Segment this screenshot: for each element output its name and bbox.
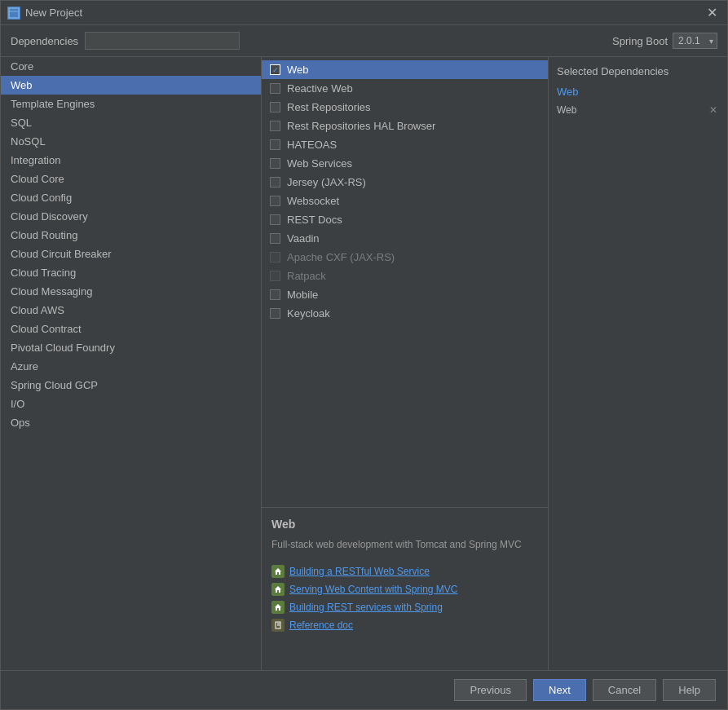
spring-boot-label: Spring Boot bbox=[612, 35, 668, 47]
dep-checkbox-jersey bbox=[270, 177, 280, 187]
dep-link[interactable]: Serving Web Content with Spring MVC bbox=[271, 583, 538, 596]
main-window: New Project ✕ Dependencies Spring Boot 2… bbox=[0, 0, 728, 710]
search-input[interactable] bbox=[85, 32, 240, 50]
svg-marker-4 bbox=[275, 604, 281, 611]
dep-item-websocket[interactable]: Websocket bbox=[262, 192, 548, 210]
dep-item-rest-docs[interactable]: REST Docs bbox=[262, 210, 548, 229]
category-item-cloud-config[interactable]: Cloud Config bbox=[1, 188, 261, 207]
dep-label-keycloak: Keycloak bbox=[287, 307, 330, 320]
guide-icon bbox=[271, 601, 285, 614]
spring-boot-version-select[interactable]: 2.0.1 2.1.0 1.5.x bbox=[673, 33, 717, 49]
dep-item-ratpack[interactable]: Ratpack bbox=[262, 267, 548, 285]
dep-info-title: Web bbox=[271, 518, 538, 531]
svg-marker-3 bbox=[275, 586, 281, 593]
previous-button[interactable]: Previous bbox=[454, 679, 527, 701]
category-item-cloud-messaging[interactable]: Cloud Messaging bbox=[1, 282, 261, 301]
dep-label-rest-repositories: Rest Repositories bbox=[287, 101, 371, 113]
dep-checkbox-websocket bbox=[270, 196, 280, 206]
dep-label-web-services: Web Services bbox=[287, 157, 352, 170]
selected-dep-remove-button[interactable]: ✕ bbox=[708, 104, 719, 116]
dep-item-web-services[interactable]: Web Services bbox=[262, 154, 548, 173]
next-button[interactable]: Next bbox=[533, 679, 586, 701]
dep-label-hateoas: HATEOAS bbox=[287, 139, 337, 151]
dep-label-web: Web bbox=[287, 64, 309, 76]
dep-link-label: Building REST services with Spring bbox=[289, 602, 443, 613]
category-item-core[interactable]: Core bbox=[1, 57, 261, 76]
selected-deps-title: Selected Dependencies bbox=[557, 65, 719, 77]
dep-checkbox-mobile bbox=[270, 289, 280, 300]
dep-item-mobile[interactable]: Mobile bbox=[262, 285, 548, 304]
dep-checkbox-vaadin bbox=[270, 233, 280, 244]
dep-item-reactive-web[interactable]: Reactive Web bbox=[262, 79, 548, 98]
dep-link[interactable]: Building REST services with Spring bbox=[271, 601, 538, 614]
dep-link[interactable]: Reference doc bbox=[271, 619, 538, 632]
window-icon bbox=[7, 7, 20, 20]
guide-icon bbox=[271, 583, 285, 596]
dep-label-ratpack: Ratpack bbox=[287, 270, 326, 282]
dep-checkbox-rest-docs bbox=[270, 214, 280, 225]
dep-item-apache-cxf[interactable]: Apache CXF (JAX-RS) bbox=[262, 248, 548, 267]
selected-group-title: Web bbox=[557, 86, 719, 98]
dep-item-rest-repositories[interactable]: Rest Repositories bbox=[262, 98, 548, 117]
svg-marker-2 bbox=[275, 568, 281, 575]
selected-dep-name: Web bbox=[557, 104, 576, 116]
doc-icon bbox=[271, 619, 285, 632]
dep-item-jersey[interactable]: Jersey (JAX-RS) bbox=[262, 173, 548, 192]
dep-item-rest-repos-hal[interactable]: Rest Repositories HAL Browser bbox=[262, 117, 548, 135]
category-item-cloud-circuit-breaker[interactable]: Cloud Circuit Breaker bbox=[1, 245, 261, 263]
dep-checkbox-rest-repos-hal bbox=[270, 121, 280, 131]
category-item-azure[interactable]: Azure bbox=[1, 357, 261, 376]
dep-item-vaadin[interactable]: Vaadin bbox=[262, 229, 548, 248]
dep-label-rest-docs: REST Docs bbox=[287, 214, 342, 226]
help-button[interactable]: Help bbox=[663, 679, 716, 701]
dep-checkbox-rest-repositories bbox=[270, 102, 280, 112]
selected-dep-item: Web✕ bbox=[557, 103, 719, 117]
titlebar: New Project ✕ bbox=[1, 1, 727, 25]
middle-panel: WebReactive WebRest RepositoriesRest Rep… bbox=[262, 57, 548, 670]
category-item-pivotal-cloud-foundry[interactable]: Pivotal Cloud Foundry bbox=[1, 338, 261, 357]
dep-item-web[interactable]: Web bbox=[262, 60, 548, 79]
dep-item-hateoas[interactable]: HATEOAS bbox=[262, 135, 548, 154]
category-item-spring-cloud-gcp[interactable]: Spring Cloud GCP bbox=[1, 376, 261, 395]
category-item-cloud-routing[interactable]: Cloud Routing bbox=[1, 226, 261, 245]
dep-checkbox-web-services bbox=[270, 158, 280, 169]
category-item-io[interactable]: I/O bbox=[1, 395, 261, 413]
category-item-template-engines[interactable]: Template Engines bbox=[1, 95, 261, 113]
window-title: New Project bbox=[25, 7, 704, 19]
category-item-ops[interactable]: Ops bbox=[1, 413, 261, 432]
dep-label-apache-cxf: Apache CXF (JAX-RS) bbox=[287, 251, 395, 263]
main-area: CoreWebTemplate EnginesSQLNoSQLIntegrati… bbox=[1, 57, 727, 670]
category-item-integration[interactable]: Integration bbox=[1, 151, 261, 170]
dep-label-vaadin: Vaadin bbox=[287, 232, 320, 245]
dep-item-keycloak[interactable]: Keycloak bbox=[262, 304, 548, 323]
dep-link-label: Reference doc bbox=[289, 620, 353, 631]
deps-label: Dependencies bbox=[11, 35, 78, 47]
dep-link-label: Serving Web Content with Spring MVC bbox=[289, 584, 458, 595]
category-item-cloud-contract[interactable]: Cloud Contract bbox=[1, 320, 261, 338]
close-button[interactable]: ✕ bbox=[704, 7, 721, 20]
dep-checkbox-reactive-web bbox=[270, 83, 280, 94]
dep-label-rest-repos-hal: Rest Repositories HAL Browser bbox=[287, 120, 435, 132]
dep-links-container: Building a RESTful Web ServiceServing We… bbox=[271, 565, 538, 632]
cancel-button[interactable]: Cancel bbox=[593, 679, 656, 701]
dep-checkbox-apache-cxf bbox=[270, 252, 280, 262]
selected-deps-panel: Selected Dependencies WebWeb✕ bbox=[548, 57, 727, 670]
dep-label-jersey: Jersey (JAX-RS) bbox=[287, 176, 366, 188]
category-item-sql[interactable]: SQL bbox=[1, 113, 261, 132]
selected-deps-content: WebWeb✕ bbox=[557, 86, 719, 117]
category-item-cloud-aws[interactable]: Cloud AWS bbox=[1, 301, 261, 320]
dep-link[interactable]: Building a RESTful Web Service bbox=[271, 565, 538, 578]
category-item-nosql[interactable]: NoSQL bbox=[1, 132, 261, 151]
dep-checkbox-hateoas bbox=[270, 139, 280, 150]
dep-label-reactive-web: Reactive Web bbox=[287, 82, 353, 95]
guide-icon bbox=[271, 565, 285, 578]
category-item-web[interactable]: Web bbox=[1, 76, 261, 95]
spring-boot-version-wrap: 2.0.1 2.1.0 1.5.x bbox=[673, 33, 717, 49]
dep-info-panel: Web Full-stack web development with Tomc… bbox=[262, 507, 548, 670]
category-item-cloud-discovery[interactable]: Cloud Discovery bbox=[1, 207, 261, 226]
category-item-cloud-tracing[interactable]: Cloud Tracing bbox=[1, 263, 261, 282]
category-item-cloud-core[interactable]: Cloud Core bbox=[1, 170, 261, 188]
top-bar: Dependencies Spring Boot 2.0.1 2.1.0 1.5… bbox=[1, 25, 727, 57]
dep-checkbox-keycloak bbox=[270, 308, 280, 319]
dep-checkbox-ratpack bbox=[270, 271, 280, 281]
